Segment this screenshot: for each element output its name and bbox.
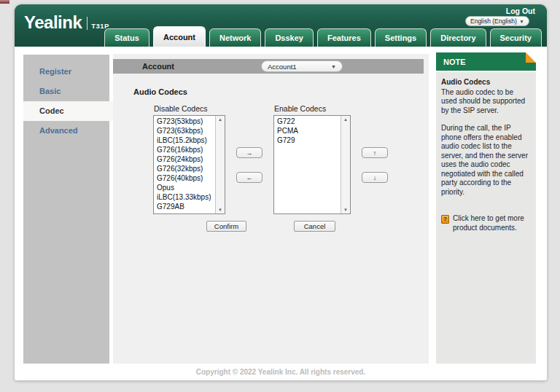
note-heading: Audio Codecs	[441, 78, 531, 87]
enable-codec-option[interactable]: PCMA	[274, 126, 341, 136]
chevron-down-icon: ▼	[331, 64, 336, 69]
tab-dsskey[interactable]: Dsskey	[265, 28, 314, 47]
cancel-button[interactable]: Cancel	[294, 221, 335, 232]
sidebar-item-basic[interactable]: Basic	[23, 82, 109, 101]
app-window: Log Out English (English) ▼ Yealink T31P…	[15, 4, 547, 380]
account-select[interactable]: Account1 ▼	[261, 60, 343, 72]
sidebar-item-codec[interactable]: Codec	[23, 101, 113, 121]
disable-codecs-listbox[interactable]: G723(53kbps)G723(63kbps)iLBC(15.2kbps)G7…	[153, 115, 225, 214]
product-docs-link[interactable]: ? Click here to get more product documen…	[441, 214, 531, 232]
confirm-button[interactable]: Confirm	[206, 221, 246, 232]
folded-corner-icon	[526, 52, 536, 63]
enable-codecs-options: G722PCMAG729	[274, 116, 341, 213]
note-body: Audio Codecs The audio codec to be used …	[436, 72, 536, 364]
tab-settings[interactable]: Settings	[375, 28, 427, 47]
nav-tabs: StatusAccountNetworkDsskeyFeaturesSettin…	[104, 26, 542, 47]
note-paragraph-2: During the call, the IP phone offers the…	[441, 124, 531, 197]
sidebar: RegisterBasicCodecAdvanced	[23, 55, 109, 364]
disable-codecs-options: G723(53kbps)G723(63kbps)iLBC(15.2kbps)G7…	[154, 116, 215, 213]
language-select[interactable]: English (English) ▼	[465, 16, 529, 26]
note-title: NOTE	[443, 58, 466, 66]
move-up-button[interactable]: ↑	[362, 147, 388, 158]
scroll-up-icon[interactable]: ▲	[343, 117, 348, 122]
copyright-text: Copyright © 2022 Yealink Inc. All rights…	[15, 368, 547, 376]
disable-codec-option[interactable]: G729AB	[154, 202, 215, 211]
disable-codec-option[interactable]: iLBC(15.2kbps)	[154, 136, 215, 145]
brand-logo: Yealink T31P	[24, 14, 109, 31]
screen-edge-artifact	[0, 0, 9, 4]
disable-codec-option[interactable]: G726(32kbps)	[154, 164, 215, 173]
sidebar-item-advanced[interactable]: Advanced	[23, 121, 109, 141]
tab-features[interactable]: Features	[317, 28, 371, 47]
disable-codec-option[interactable]: G726(16kbps)	[154, 145, 215, 154]
enable-codec-option[interactable]: G722	[274, 117, 341, 126]
disable-codec-option[interactable]: G726(24kbps)	[154, 154, 215, 164]
tab-directory[interactable]: Directory	[430, 28, 486, 47]
tab-account[interactable]: Account	[153, 26, 206, 47]
move-right-button[interactable]: →	[236, 147, 262, 158]
note-header: NOTE	[436, 52, 536, 71]
account-bar: Account Account1 ▼	[113, 59, 424, 74]
move-left-button[interactable]: ←	[236, 172, 262, 183]
logout-link[interactable]: Log Out	[506, 7, 535, 15]
move-down-button[interactable]: ↓	[362, 172, 388, 183]
note-panel: NOTE Audio Codecs The audio codec to be …	[436, 52, 536, 364]
enable-codecs-label: Enable Codecs	[274, 104, 326, 113]
enable-codecs-scrollbar[interactable]: ▲ ▼	[341, 116, 350, 213]
brand-divider	[87, 17, 88, 30]
enable-codec-option[interactable]: G729	[274, 136, 341, 145]
tab-security[interactable]: Security	[490, 28, 542, 47]
language-value: English (English)	[470, 17, 517, 25]
sidebar-item-register[interactable]: Register	[23, 62, 109, 82]
disable-codec-option[interactable]: G723(53kbps)	[154, 117, 215, 126]
disable-codecs-scrollbar[interactable]: ▲ ▼	[215, 116, 225, 213]
help-doc-icon: ?	[441, 215, 449, 224]
disable-codec-option[interactable]: G723(63kbps)	[154, 126, 215, 136]
disable-codec-option[interactable]: iLBC(13.33kbps)	[154, 192, 215, 202]
enable-codecs-listbox[interactable]: G722PCMAG729 ▲ ▼	[273, 115, 351, 214]
main-panel: Account Account1 ▼ Audio Codecs Disable …	[113, 54, 429, 364]
disable-codec-option[interactable]: G726(40kbps)	[154, 173, 215, 183]
account-bar-label: Account	[142, 62, 174, 71]
chevron-down-icon: ▼	[519, 19, 524, 24]
disable-codecs-label: Disable Codecs	[154, 104, 208, 113]
header: Log Out English (English) ▼ Yealink T31P…	[15, 4, 547, 47]
tab-network[interactable]: Network	[209, 28, 261, 47]
disable-codec-option[interactable]: Opus	[154, 183, 215, 192]
note-paragraph-1: The audio codec to be used should be sup…	[441, 88, 531, 116]
scroll-down-icon[interactable]: ▼	[218, 208, 222, 212]
section-title: Audio Codecs	[133, 87, 187, 96]
brand-name: Yealink	[24, 14, 82, 31]
scroll-down-icon[interactable]: ▼	[343, 208, 348, 212]
scroll-up-icon[interactable]: ▲	[218, 117, 222, 122]
tab-status[interactable]: Status	[104, 28, 149, 47]
product-docs-link-text: Click here to get more product documents…	[453, 214, 531, 232]
account-select-value: Account1	[268, 63, 297, 71]
